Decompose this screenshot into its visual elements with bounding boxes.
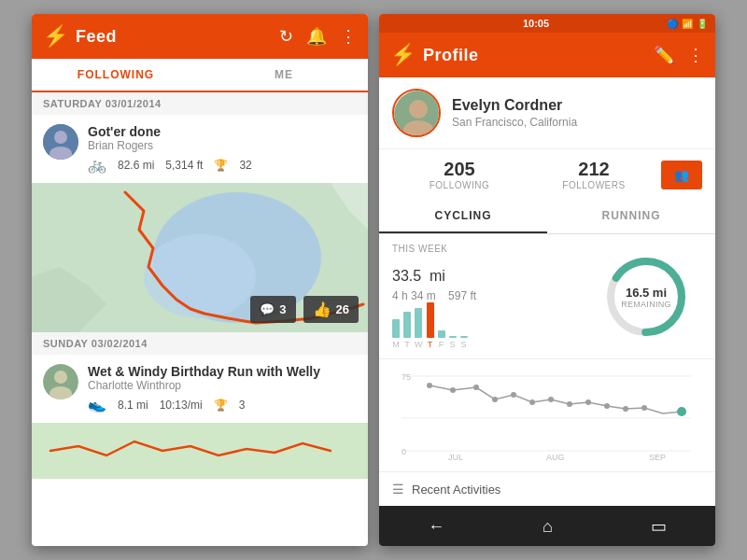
- date-label-1: SATURDAY 03/01/2014: [32, 92, 368, 115]
- followers-label: FOLLOWERS: [527, 180, 661, 190]
- activity-1-kudos: 32: [239, 159, 251, 172]
- status-icons: 🔵 📶 🔋: [667, 19, 708, 29]
- bar-mon: M: [392, 319, 400, 349]
- following-label: FOLLOWING: [392, 180, 527, 190]
- svg-point-5: [144, 234, 256, 318]
- activity-1-map: 💬 3 👍 26: [32, 183, 368, 332]
- bar-sun: S: [460, 336, 468, 349]
- bar-sat: S: [449, 336, 457, 349]
- feed-content: SATURDAY 03/01/2014 Got'er done Brian Ro…: [32, 92, 368, 546]
- svg-point-33: [623, 406, 628, 412]
- battery-icon: 🔋: [697, 19, 708, 29]
- more-icon[interactable]: ⋮: [340, 26, 357, 47]
- thumbs-up-icon: 👍: [313, 301, 331, 318]
- profile-title: Profile: [423, 46, 654, 65]
- bar-fri: F: [438, 330, 445, 349]
- activity-2-map: [32, 423, 368, 479]
- profile-avatar: [392, 89, 441, 137]
- like-btn[interactable]: 👍 26: [303, 296, 359, 323]
- svg-point-31: [585, 399, 591, 405]
- svg-text:SEP: SEP: [649, 453, 666, 460]
- svg-point-14: [409, 100, 428, 119]
- bar-wed: W: [415, 308, 423, 349]
- bar-tue: T: [403, 312, 411, 349]
- profile-stats-row: 205 FOLLOWING 212 FOLLOWERS 👥: [379, 148, 715, 200]
- tab-following[interactable]: FOLLOWING: [32, 59, 200, 92]
- this-week-section: THIS WEEK 33.5 mi 4 h 34 m 597 ft: [379, 234, 715, 359]
- chart-section: 75 0: [379, 359, 715, 471]
- refresh-icon[interactable]: ↻: [279, 26, 293, 47]
- profile-phone: 10:05 🔵 📶 🔋 ⚡ Profile ✏️ ⋮: [379, 14, 715, 546]
- sport-tabs: CYCLING RUNNING: [379, 200, 715, 234]
- profile-location: San Francisco, California: [452, 116, 577, 129]
- trophy-icon-2: 🏆: [214, 399, 228, 412]
- bar-thu: T: [427, 302, 434, 349]
- tab-cycling[interactable]: CYCLING: [379, 200, 547, 233]
- donut-remaining-label: REMAINING: [621, 299, 671, 308]
- week-left: THIS WEEK 33.5 mi 4 h 34 m 597 ft: [392, 244, 581, 349]
- svg-point-27: [511, 392, 516, 398]
- tab-me[interactable]: ME: [200, 59, 368, 91]
- profile-user-info: Evelyn Cordner San Francisco, California: [452, 97, 577, 129]
- svg-text:AUG: AUG: [546, 453, 565, 460]
- recent-activities-bar[interactable]: ☰ Recent Activities: [379, 471, 715, 506]
- activity-1-stats: 🚲 82.6 mi 5,314 ft 🏆 32: [88, 156, 357, 174]
- feed-tabs: FOLLOWING ME: [32, 59, 368, 92]
- donut-text: 16.5 mi REMAINING: [621, 285, 671, 308]
- activity-item-2: Wet & Windy Birthday Run with Welly Char…: [32, 355, 368, 423]
- svg-point-35: [677, 407, 686, 416]
- activity-1-info: Got'er done Brian Rogers 🚲 82.6 mi 5,314…: [88, 124, 357, 174]
- profile-name: Evelyn Cordner: [452, 97, 577, 114]
- donut-chart: 16.5 mi REMAINING: [599, 250, 693, 343]
- tab-running[interactable]: RUNNING: [547, 200, 715, 233]
- svg-point-32: [604, 403, 610, 409]
- activity-1-elevation: 5,314 ft: [165, 159, 203, 172]
- comment-btn[interactable]: 💬 3: [250, 296, 295, 323]
- svg-text:JUL: JUL: [448, 453, 463, 460]
- svg-point-30: [567, 401, 572, 407]
- activity-2-distance: 8.1 mi: [118, 399, 148, 412]
- svg-point-34: [641, 405, 647, 411]
- feed-header: ⚡ Feed ↻ 🔔 ⋮: [32, 14, 368, 59]
- list-icon: ☰: [392, 482, 404, 497]
- date-label-2: SUNDAY 03/02/2014: [32, 332, 368, 355]
- svg-rect-12: [32, 423, 368, 479]
- profile-header-icons: ✏️ ⋮: [654, 45, 704, 65]
- activity-2-info: Wet & Windy Birthday Run with Welly Char…: [88, 364, 357, 413]
- run-icon: 👟: [88, 396, 106, 413]
- bluetooth-icon: 🔵: [667, 19, 678, 29]
- notification-icon[interactable]: 🔔: [306, 26, 327, 47]
- status-time: 10:05: [523, 18, 549, 29]
- nav-bar: ← ⌂ ▭: [379, 506, 715, 546]
- week-sub: 4 h 34 m 597 ft: [392, 289, 581, 302]
- recents-nav-icon[interactable]: ▭: [651, 516, 667, 537]
- recent-activities-label: Recent Activities: [412, 483, 500, 497]
- avatar-charlotte: [43, 364, 78, 399]
- edit-icon[interactable]: ✏️: [654, 45, 674, 65]
- svg-text:0: 0: [402, 447, 406, 456]
- like-count: 26: [336, 302, 349, 316]
- svg-point-28: [529, 399, 535, 405]
- follow-icon: 👥: [674, 168, 689, 182]
- svg-point-10: [54, 371, 67, 384]
- activity-2-pace: 10:13/mi: [160, 399, 203, 412]
- back-nav-icon[interactable]: ←: [428, 517, 444, 537]
- svg-point-25: [473, 385, 479, 390]
- activity-2-user: Charlotte Winthrop: [88, 379, 357, 392]
- following-stat: 205 FOLLOWING: [392, 159, 527, 190]
- activity-1-user: Brian Rogers: [88, 139, 357, 152]
- svg-point-23: [427, 383, 432, 388]
- followers-stat: 212 FOLLOWERS: [527, 159, 661, 190]
- follow-button[interactable]: 👥: [661, 161, 702, 189]
- following-count: 205: [392, 159, 527, 180]
- svg-point-1: [54, 131, 67, 144]
- home-nav-icon[interactable]: ⌂: [543, 517, 553, 537]
- comment-icon: 💬: [260, 302, 275, 316]
- activity-2-title: Wet & Windy Birthday Run with Welly: [88, 364, 357, 379]
- activity-1-social: 💬 3 👍 26: [250, 296, 359, 323]
- more-icon-profile[interactable]: ⋮: [687, 45, 704, 65]
- profile-content: Evelyn Cordner San Francisco, California…: [379, 77, 715, 546]
- trophy-icon: 🏆: [214, 159, 228, 172]
- status-bar: 10:05 🔵 📶 🔋: [379, 14, 715, 33]
- strava-logo-icon: ⚡: [43, 24, 68, 49]
